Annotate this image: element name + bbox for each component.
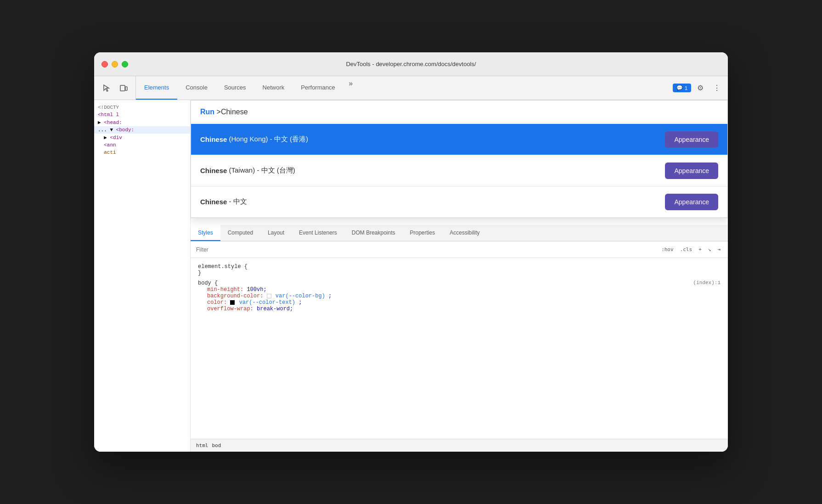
- result-1-rest: (Hong Kong) - 中文 (香港): [227, 135, 308, 144]
- tab-elements[interactable]: Elements: [136, 76, 177, 100]
- notification-badge[interactable]: 💬 1: [673, 84, 691, 92]
- tab-dom-breakpoints[interactable]: DOM Breakpoints: [344, 225, 403, 241]
- devtools-toolbar: Elements Console Sources Network Perform…: [94, 76, 728, 100]
- svg-rect-1: [125, 87, 127, 90]
- appearance-button-1[interactable]: Appearance: [665, 131, 718, 148]
- tab-layout[interactable]: Layout: [260, 225, 292, 241]
- result-3-bold: Chinese: [200, 198, 227, 206]
- maximize-button[interactable]: [122, 61, 128, 67]
- minimize-button[interactable]: [112, 61, 118, 67]
- filter-input[interactable]: [196, 246, 659, 253]
- toolbar-right: 💬 1 ⚙ ⋮: [669, 76, 728, 100]
- tab-properties[interactable]: Properties: [403, 225, 443, 241]
- appearance-button-3[interactable]: Appearance: [665, 194, 718, 210]
- tab-styles[interactable]: Styles: [191, 225, 220, 241]
- styles-tabs: Styles Computed Layout Event Listeners D…: [191, 225, 728, 241]
- cls-button[interactable]: .cls: [678, 246, 694, 253]
- chat-icon: 💬: [676, 85, 683, 91]
- add-class-button[interactable]: +: [697, 246, 704, 253]
- settings-button[interactable]: ⚙: [693, 81, 708, 95]
- device-toggle-icon[interactable]: [117, 82, 130, 95]
- result-1-bold: Chinese: [200, 135, 227, 143]
- dom-line: acti: [94, 149, 190, 156]
- styles-panel: Styles Computed Layout Event Listeners D…: [191, 225, 728, 452]
- select-element-icon[interactable]: [100, 82, 113, 95]
- svg-rect-0: [120, 85, 125, 91]
- tab-network[interactable]: Network: [254, 76, 293, 100]
- devtools-window: DevTools - developer.chrome.com/docs/dev…: [94, 52, 728, 452]
- command-result-3[interactable]: Chinese - 中文 Appearance: [191, 186, 727, 218]
- command-result-2[interactable]: Chinese (Taiwan) - 中文 (台灣) Appearance: [191, 155, 727, 186]
- color-swatch-bg: [267, 294, 271, 298]
- dom-line: <!DOCTY: [94, 104, 190, 111]
- tab-sources[interactable]: Sources: [216, 76, 254, 100]
- dom-line: ▶ <head:: [94, 118, 190, 126]
- breadcrumb-body[interactable]: bod: [210, 442, 223, 448]
- main-content: <!DOCTY <html l ▶ <head: ... ▼ <body: ▶ …: [94, 100, 728, 452]
- right-panel: Run >Chinese Chinese (Hong Kong) - 中文 (香…: [191, 100, 728, 452]
- command-palette: Run >Chinese Chinese (Hong Kong) - 中文 (香…: [191, 100, 728, 218]
- run-label: Run: [200, 108, 214, 116]
- result-2-rest: (Taiwan) - 中文 (台灣): [227, 166, 295, 175]
- window-title: DevTools - developer.chrome.com/docs/dev…: [346, 61, 476, 67]
- css-rule-element-style: element.style { }: [191, 262, 728, 278]
- command-query: >Chinese: [217, 108, 248, 116]
- css-rule-body: body { (index):1 min-height: 100vh; back…: [191, 278, 728, 314]
- dom-panel: <!DOCTY <html l ▶ <head: ... ▼ <body: ▶ …: [94, 100, 191, 452]
- command-input-row: Run >Chinese: [191, 101, 727, 124]
- appearance-button-2[interactable]: Appearance: [665, 162, 718, 179]
- toolbar-icon-group: [94, 76, 136, 100]
- dom-line: <ann: [94, 141, 190, 149]
- command-result-1[interactable]: Chinese (Hong Kong) - 中文 (香港) Appearance: [191, 124, 727, 155]
- breadcrumb-bar: html bod: [191, 439, 728, 452]
- result-2-bold: Chinese: [200, 167, 227, 174]
- new-style-rule-button[interactable]: ↘: [706, 246, 713, 253]
- close-button[interactable]: [101, 61, 108, 67]
- tab-event-listeners[interactable]: Event Listeners: [292, 225, 344, 241]
- css-content: element.style { } body { (index):1 min-h…: [191, 258, 728, 439]
- tab-console[interactable]: Console: [177, 76, 216, 100]
- dom-line: ▶ <div: [94, 134, 190, 141]
- tab-computed[interactable]: Computed: [220, 225, 260, 241]
- hov-button[interactable]: :hov: [659, 246, 676, 253]
- breadcrumb-html[interactable]: html: [194, 442, 210, 448]
- result-3-rest: - 中文: [227, 197, 247, 206]
- tab-accessibility[interactable]: Accessibility: [442, 225, 487, 241]
- dom-line: <html l: [94, 111, 190, 118]
- title-bar: DevTools - developer.chrome.com/docs/dev…: [94, 52, 728, 76]
- filter-bar: :hov .cls + ↘ ⇥: [191, 241, 728, 258]
- filter-actions: :hov .cls + ↘ ⇥: [659, 246, 722, 253]
- menu-button[interactable]: ⋮: [709, 81, 724, 95]
- color-swatch-text: [230, 300, 235, 305]
- dom-line-body[interactable]: ... ▼ <body:: [94, 126, 190, 134]
- toggle-sidebar-button[interactable]: ⇥: [715, 246, 722, 253]
- main-tabs: Elements Console Sources Network Perform…: [136, 76, 669, 100]
- more-tabs-button[interactable]: »: [343, 76, 358, 91]
- traffic-lights: [101, 61, 128, 67]
- tab-performance[interactable]: Performance: [293, 76, 343, 100]
